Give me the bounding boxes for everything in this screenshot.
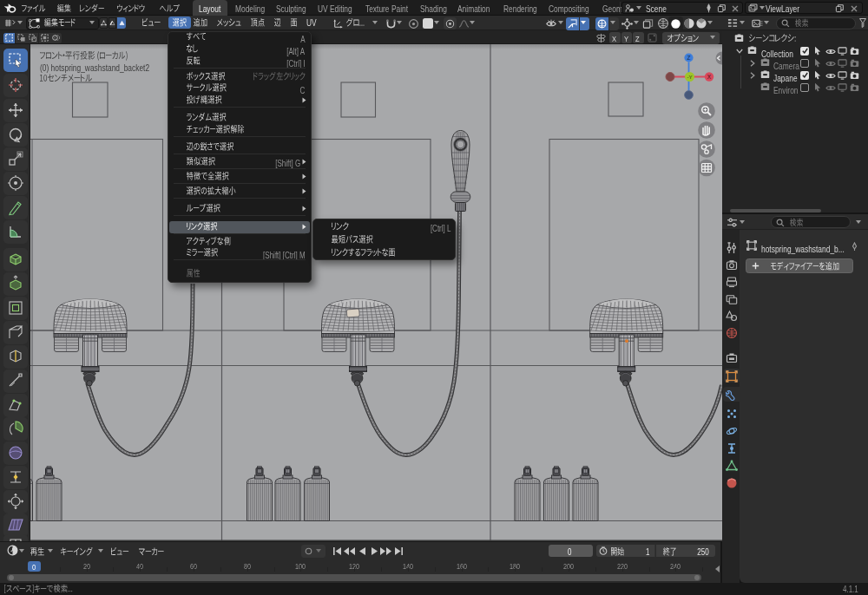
svg-text:-Y: -Y [687, 75, 693, 80]
svg-text:X: X [707, 74, 712, 80]
svg-text:Z: Z [687, 55, 691, 61]
